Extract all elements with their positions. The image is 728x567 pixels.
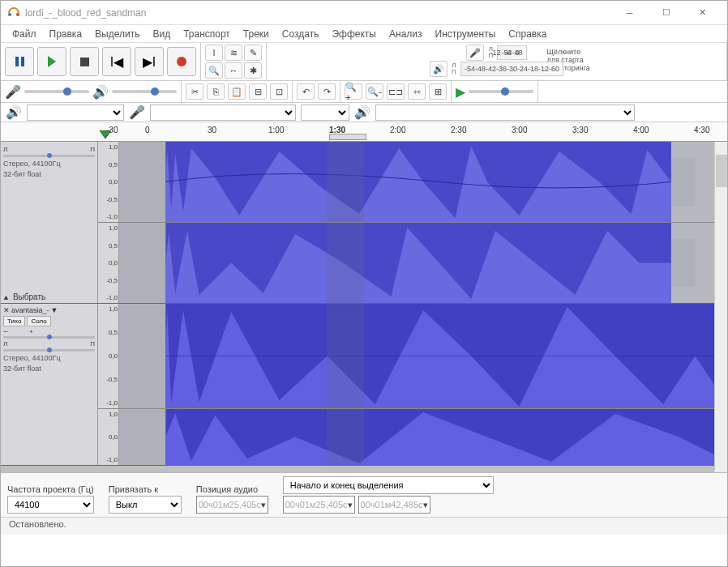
transport-panel: I◀ ▶I xyxy=(1,43,201,80)
playback-device-select[interactable] xyxy=(375,104,635,121)
rec-volume-panel: 🎤 🔊 xyxy=(1,81,182,102)
paste-button[interactable]: 📋 xyxy=(228,83,246,100)
selection-toolbar: Частота проекта (Гц) 44100 Привязать к В… xyxy=(1,472,727,517)
record-button[interactable] xyxy=(167,47,196,76)
mic-icon: 🎤 xyxy=(5,84,21,100)
menu-view[interactable]: Вид xyxy=(146,27,177,41)
tools-panel: I ≋ ✎ 🔍 ↔ ✱ xyxy=(201,43,267,80)
audio-position-timecode[interactable]: 00ч01м25,405с▾ xyxy=(196,496,268,514)
track-2-header[interactable]: ✕ avantasia_- ▼ Тихо Соло ─ + ЛП Стерео,… xyxy=(1,304,98,465)
recording-volume-slider[interactable] xyxy=(24,90,89,93)
track-2-pan-slider[interactable] xyxy=(3,349,95,352)
selection-mode-select[interactable]: Начало и конец выделения xyxy=(283,476,494,494)
stop-button[interactable] xyxy=(70,47,99,76)
tracks-area: ЛП Стерео, 44100Гц 32-бит float ▲ Выбрат… xyxy=(1,142,727,472)
track-2-waveform[interactable]: 1,00,50,0-0,5-1,0 1,00,0-1,0 xyxy=(98,304,727,465)
play-at-speed-panel: ▶ xyxy=(452,81,538,102)
zoom-in-button[interactable]: 🔍+ xyxy=(345,83,362,100)
project-rate-label: Частота проекта (Гц) xyxy=(7,484,94,494)
track-2-mute-button[interactable]: Тихо xyxy=(3,316,25,326)
window-title: lordi_-_blood_red_sandman xyxy=(25,7,611,19)
envelope-tool[interactable]: ≋ xyxy=(225,45,242,61)
track-2-gain-slider[interactable] xyxy=(3,336,95,339)
play-button[interactable] xyxy=(37,47,66,76)
audio-position-label: Позиция аудио xyxy=(196,484,268,494)
svg-point-1 xyxy=(16,13,19,16)
zoom-toggle-button[interactable]: ⊞ xyxy=(429,83,447,100)
device-toolbar: 🔊 🎤 🔊 xyxy=(1,103,727,122)
copy-button[interactable]: ⎘ xyxy=(207,83,225,100)
svg-rect-12 xyxy=(119,409,165,465)
collapse-icon[interactable]: ▲ xyxy=(2,293,10,301)
rec-device-icon: 🎤 xyxy=(129,104,145,120)
track-1-header[interactable]: ЛП Стерео, 44100Гц 32-бит float ▲ Выбрат… xyxy=(1,142,98,303)
speaker-icon: 🔊 xyxy=(92,84,109,100)
trim-button[interactable]: ⊟ xyxy=(249,83,267,100)
app-icon xyxy=(7,6,20,19)
menu-generate[interactable]: Создать xyxy=(276,27,326,41)
fit-project-button[interactable]: ⇿ xyxy=(408,83,426,100)
track-2-solo-button[interactable]: Соло xyxy=(27,316,50,326)
menu-file[interactable]: Файл xyxy=(6,27,43,41)
multi-tool[interactable]: ✱ xyxy=(244,62,262,79)
menu-select[interactable]: Выделить xyxy=(88,27,146,41)
fit-selection-button[interactable]: ⊏⊐ xyxy=(387,83,405,100)
undo-panel: ↶ ↷ xyxy=(293,81,340,102)
recording-device-select[interactable] xyxy=(150,104,296,121)
playback-speed-slider[interactable] xyxy=(469,90,533,93)
track-1-pan-slider[interactable] xyxy=(3,155,95,157)
play-meter-icon[interactable]: 🔊 xyxy=(430,61,448,77)
playback-meter[interactable]: -54-48-42-36-30-24-18-12-60 xyxy=(460,62,563,76)
selection-start-timecode[interactable]: 00ч01м25,405с▾ xyxy=(283,496,355,514)
svg-rect-3 xyxy=(119,142,165,222)
skip-start-button[interactable]: I◀ xyxy=(102,47,131,76)
menu-analyze[interactable]: Анализ xyxy=(383,27,429,41)
undo-button[interactable]: ↶ xyxy=(297,83,315,100)
cut-button[interactable]: ✂ xyxy=(186,83,203,100)
pause-button[interactable] xyxy=(5,47,34,76)
toolbar-row-1: I◀ ▶I I ≋ ✎ 🔍 ↔ ✱ 🎤 ЛП -54-48 Щёлкните д… xyxy=(1,43,727,81)
track-1-select-button[interactable]: Выбрать xyxy=(13,292,45,301)
timeline-ruler[interactable]: -30 0 30 1:00 1:30 2:00 2:30 3:00 3:30 4… xyxy=(1,122,727,142)
menu-help[interactable]: Справка xyxy=(502,27,553,41)
timeshift-tool[interactable]: ↔ xyxy=(225,62,242,79)
close-button[interactable]: ✕ xyxy=(684,2,721,24)
draw-tool[interactable]: ✎ xyxy=(244,45,262,61)
svg-rect-6 xyxy=(119,223,165,303)
selection-end-timecode[interactable]: 00ч01м42,485с▾ xyxy=(358,496,430,514)
svg-rect-5 xyxy=(671,158,696,206)
maximize-button[interactable]: ☐ xyxy=(648,2,684,24)
silence-button[interactable]: ⊡ xyxy=(270,83,288,100)
play-speed-icon[interactable]: ▶ xyxy=(456,84,465,100)
recording-meter[interactable]: -54-48 Щёлкните для старта мониторинга -… xyxy=(497,45,526,60)
track-1: ЛП Стерео, 44100Гц 32-бит float ▲ Выбрат… xyxy=(1,142,727,304)
minimize-button[interactable]: ─ xyxy=(611,2,648,24)
menu-effects[interactable]: Эффекты xyxy=(325,27,383,41)
status-bar: Остановлено. xyxy=(1,517,727,535)
redo-button[interactable]: ↷ xyxy=(318,83,336,100)
project-rate-select[interactable]: 44100 xyxy=(7,496,94,514)
menu-edit[interactable]: Правка xyxy=(43,27,89,41)
vertical-scrollbar[interactable] xyxy=(714,142,727,472)
menubar: Файл Правка Выделить Вид Транспорт Треки… xyxy=(1,25,727,43)
track-2-close-button[interactable]: ✕ xyxy=(3,306,10,314)
rec-meter-icon[interactable]: 🎤 xyxy=(466,45,484,61)
zoom-tool[interactable]: 🔍 xyxy=(205,62,223,79)
track-1-waveform[interactable]: 1,00,50,0-0,5-1,0 1,00,50,0-0,5-1,0 xyxy=(98,142,727,303)
audio-host-select[interactable] xyxy=(27,104,124,121)
menu-tools[interactable]: Инструменты xyxy=(429,27,503,41)
selection-region xyxy=(327,142,364,222)
recording-channels-select[interactable] xyxy=(301,104,349,121)
zoom-out-button[interactable]: 🔍- xyxy=(366,83,383,100)
playback-volume-slider[interactable] xyxy=(112,90,177,93)
zoom-panel: 🔍+ 🔍- ⊏⊐ ⇿ ⊞ xyxy=(340,81,452,102)
skip-end-button[interactable]: ▶I xyxy=(135,47,164,76)
snap-to-select[interactable]: Выкл xyxy=(109,496,182,514)
meters-panel: 🎤 ЛП -54-48 Щёлкните для старта монитори… xyxy=(267,43,727,80)
audio-host-icon: 🔊 xyxy=(6,104,22,120)
menu-tracks[interactable]: Треки xyxy=(237,27,276,41)
track-2-name: avantasia_- xyxy=(11,306,49,314)
menu-transport[interactable]: Транспорт xyxy=(177,27,237,41)
selection-tool[interactable]: I xyxy=(205,45,223,61)
track-2-menu-button[interactable]: ▼ xyxy=(51,306,58,314)
